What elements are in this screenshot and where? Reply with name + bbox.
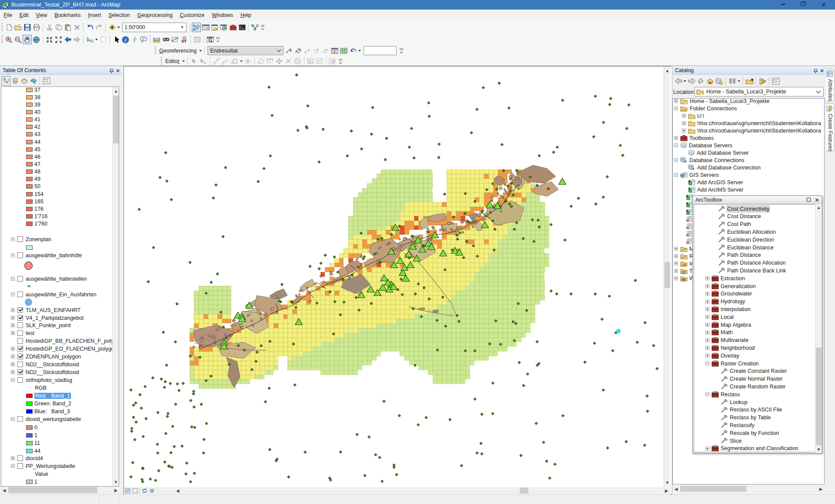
svg-text:?: ? [296, 59, 299, 63]
svg-text:A: A [204, 61, 206, 65]
svg-text:XY: XY [181, 39, 187, 43]
